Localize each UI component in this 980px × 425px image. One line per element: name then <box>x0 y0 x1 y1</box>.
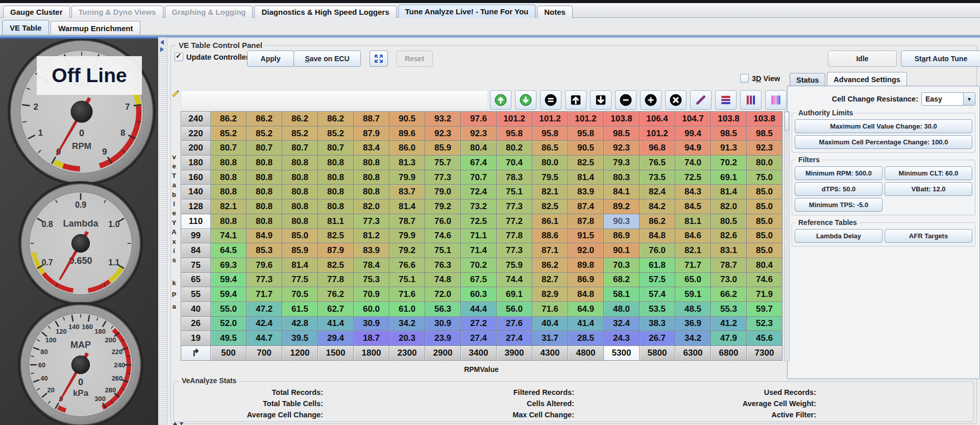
subtab-warmup-enrichment[interactable]: Warmup Enrichment <box>51 21 140 35</box>
ve-cell[interactable]: 28.5 <box>568 331 604 346</box>
ve-cell[interactable]: 77.8 <box>497 229 532 244</box>
ve-cell[interactable]: 80.8 <box>211 170 247 185</box>
ve-cell[interactable]: 80.8 <box>318 199 354 214</box>
ve-cell[interactable]: 86.9 <box>568 273 604 288</box>
ve-cell[interactable]: 47.2 <box>247 302 282 317</box>
toolbar-scale-up-button[interactable] <box>490 90 511 110</box>
settings-tab-status[interactable]: Status <box>790 73 825 86</box>
ve-cell[interactable]: 79.2 <box>389 243 425 258</box>
ve-cell[interactable]: 62.7 <box>318 302 354 317</box>
ve-cell[interactable]: 85.0 <box>747 229 782 244</box>
view3d-checkbox[interactable] <box>740 74 749 83</box>
ve-cell[interactable]: 92.0 <box>568 243 604 258</box>
expand-table-button[interactable] <box>370 51 388 67</box>
ve-cell[interactable]: 57.5 <box>640 273 675 288</box>
ve-cell[interactable]: 81.4 <box>711 185 747 199</box>
ve-cell[interactable]: 90.1 <box>604 243 640 258</box>
ve-cell[interactable]: 52.3 <box>747 317 782 332</box>
ve-cell[interactable]: 77.3 <box>497 243 532 258</box>
row-header-180[interactable]: 180 <box>181 156 211 170</box>
ve-cell[interactable]: 80.4 <box>747 258 782 273</box>
ve-cell[interactable]: 70.9 <box>354 287 389 302</box>
update-controller-checkbox[interactable] <box>175 53 183 61</box>
ve-cell[interactable]: 103.8 <box>747 112 782 127</box>
ve-cell[interactable]: 90.5 <box>389 112 425 127</box>
ve-cell[interactable]: 39.5 <box>282 331 318 346</box>
col-header-7300[interactable]: 7300 <box>747 346 782 361</box>
ve-cell[interactable]: 69.1 <box>497 287 532 302</box>
ve-cell[interactable]: 48.5 <box>675 302 711 317</box>
col-header-6300[interactable]: 6300 <box>675 346 711 361</box>
toolbar-clear-button[interactable] <box>665 90 687 110</box>
ve-cell[interactable]: 84.2 <box>640 199 675 214</box>
collapsed-panel-edge[interactable]: T <box>173 421 183 425</box>
ve-cell[interactable]: 101.2 <box>568 112 604 127</box>
col-header-1200[interactable]: 1200 <box>282 346 318 361</box>
ve-cell[interactable]: 61.0 <box>389 302 425 317</box>
ve-cell[interactable]: 26.7 <box>640 331 675 346</box>
ve-cell[interactable]: 48.0 <box>604 302 640 317</box>
ve-cell[interactable]: 80.8 <box>282 185 318 199</box>
ve-cell[interactable]: 84.3 <box>675 185 711 199</box>
ve-cell[interactable]: 80.8 <box>282 199 318 214</box>
row-header-200[interactable]: 200 <box>181 141 211 156</box>
ve-cell[interactable]: 85.0 <box>747 243 782 258</box>
start-auto-tune-button[interactable]: Start Auto Tune <box>901 51 980 67</box>
ve-cell[interactable]: 92.3 <box>461 127 497 141</box>
ve-cell[interactable]: 79.2 <box>425 199 461 214</box>
ve-cell[interactable]: 69.3 <box>211 258 247 273</box>
tab-gauge-cluster[interactable]: Gauge Cluster <box>3 6 70 18</box>
ve-cell[interactable]: 80.4 <box>461 141 497 156</box>
ve-cell[interactable]: 67.5 <box>461 273 497 288</box>
row-header-75[interactable]: 75 <box>181 258 211 273</box>
ve-cell[interactable]: 80.5 <box>711 214 747 229</box>
ve-cell[interactable]: 80.0 <box>532 156 568 170</box>
ve-cell[interactable]: 84.5 <box>675 199 711 214</box>
ve-cell[interactable]: 71.4 <box>461 243 497 258</box>
ve-cell[interactable]: 71.6 <box>532 302 568 317</box>
ve-cell[interactable]: 85.2 <box>318 127 354 141</box>
ve-cell[interactable]: 59.4 <box>211 273 247 288</box>
ve-cell[interactable]: 84.9 <box>247 229 282 244</box>
ve-cell[interactable]: 56.0 <box>497 302 532 317</box>
ve-cell[interactable]: 36.9 <box>675 317 711 332</box>
ve-cell[interactable]: 83.9 <box>568 185 604 199</box>
ve-cell[interactable]: 68.2 <box>604 273 640 288</box>
ve-cell[interactable]: 101.2 <box>497 112 532 127</box>
ve-cell[interactable]: 85.2 <box>247 127 282 141</box>
setting-button-afr-targets[interactable]: AFR Targets <box>885 229 972 243</box>
ve-cell[interactable]: 76.6 <box>389 258 425 273</box>
ve-cell[interactable]: 81.1 <box>675 214 711 229</box>
ve-cell[interactable]: 84.1 <box>604 185 640 199</box>
cell-change-resistance-select[interactable]: Easy ▼ <box>921 92 975 106</box>
ve-cell[interactable]: 82.7 <box>532 273 568 288</box>
ve-cell[interactable]: 76.0 <box>640 243 675 258</box>
settings-tab-advanced-settings[interactable]: Advanced Settings <box>827 72 907 86</box>
ve-cell[interactable]: 98.5 <box>604 127 640 141</box>
ve-cell[interactable]: 89.8 <box>568 258 604 273</box>
col-header-4300[interactable]: 4300 <box>532 346 568 361</box>
ve-cell[interactable]: 80.8 <box>318 156 354 170</box>
ve-cell[interactable]: 60.0 <box>354 302 389 317</box>
ve-cell[interactable]: 82.0 <box>711 199 747 214</box>
setting-button-vbatt[interactable]: VBatt: 12.0 <box>885 182 972 196</box>
ve-cell[interactable]: 76.0 <box>425 214 461 229</box>
ve-cell[interactable]: 41.4 <box>568 317 604 332</box>
toolbar-scale-down-button[interactable] <box>515 90 536 110</box>
ve-cell[interactable]: 75.1 <box>425 243 461 258</box>
ve-cell[interactable]: 92.3 <box>747 141 782 156</box>
reset-button[interactable]: Reset <box>396 51 433 67</box>
ve-cell[interactable]: 81.1 <box>318 214 354 229</box>
ve-cell[interactable]: 79.9 <box>389 170 425 185</box>
col-header-3900[interactable]: 3900 <box>497 346 532 361</box>
row-header-110[interactable]: 110 <box>181 214 211 229</box>
ve-cell[interactable]: 94.9 <box>675 141 711 156</box>
ve-cell[interactable]: 82.4 <box>640 185 675 199</box>
ve-cell[interactable]: 79.3 <box>604 156 640 170</box>
ve-cell[interactable]: 75.7 <box>425 156 461 170</box>
ve-cell[interactable]: 83.4 <box>354 141 389 156</box>
ve-cell[interactable]: 85.9 <box>282 243 318 258</box>
ve-cell[interactable]: 85.9 <box>425 141 461 156</box>
ve-cell[interactable]: 80.0 <box>747 156 782 170</box>
tab-tuning-dyno-views[interactable]: Tuning & Dyno Views <box>71 6 163 18</box>
